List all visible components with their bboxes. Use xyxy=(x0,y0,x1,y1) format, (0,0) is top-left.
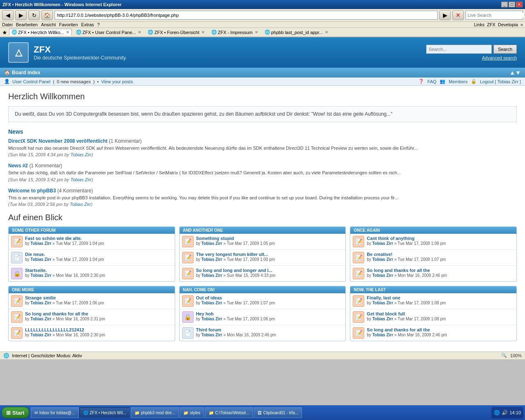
news-item-3-title[interactable]: Welcome to phpBB3 (4 Kommentare) xyxy=(8,188,517,194)
address-bar[interactable] xyxy=(55,11,438,20)
members-link[interactable]: Members xyxy=(449,79,468,84)
forum-post-title[interactable]: So long and thanks for all the xyxy=(25,311,172,316)
post-author[interactable]: Tobias Zirr xyxy=(30,241,51,246)
zone-text: Internet | Geschützter Modus: Aktiv xyxy=(12,353,82,358)
home-button[interactable]: 🏠 xyxy=(41,10,53,20)
more-btn[interactable]: » xyxy=(520,22,523,27)
menu-help[interactable]: ? xyxy=(97,22,100,27)
forward-button[interactable]: ▶ xyxy=(15,10,27,20)
tab-user-control[interactable]: 🌐 ZFX • User Control Pane... ✕ xyxy=(73,29,144,36)
menu-extras[interactable]: Extras xyxy=(81,22,94,27)
tab-close[interactable]: ✕ xyxy=(201,30,205,34)
links-btn[interactable]: Links xyxy=(474,22,484,27)
minimize-btn[interactable]: _ xyxy=(501,2,508,7)
forum-post-title[interactable]: Finally, last one xyxy=(367,295,514,300)
ie-search-box[interactable]: 🔍 xyxy=(466,11,523,20)
post-author[interactable]: Tobias Zirr xyxy=(372,333,393,337)
stop-button[interactable]: ✕ xyxy=(452,10,464,20)
quick-view-title: Auf einen Blick xyxy=(8,213,517,222)
zfx-btn[interactable]: ZFX xyxy=(487,22,495,27)
forum-post-title[interactable]: Die neue. xyxy=(25,252,172,257)
forum-post-title[interactable]: So long and long and longer and l... xyxy=(196,268,343,273)
forum-section-header: SOME OTHER FORUM xyxy=(9,227,175,234)
tab-close[interactable]: ✕ xyxy=(325,30,328,34)
forum-post-meta: by Tobias Zirr » Tue Mar 17, 2009 1:05 p… xyxy=(196,241,343,247)
forum-post-title[interactable]: The very longest forum killer ult... xyxy=(196,252,343,257)
forum-post-meta: by Tobias Zirr » Mon Mar 16, 2009 2:46 p… xyxy=(367,273,514,278)
tab-foren[interactable]: 🌐 ZFX • Foren-Übersicht ✕ xyxy=(145,29,207,36)
developia-btn[interactable]: Developia xyxy=(498,22,518,27)
post-author[interactable]: Tobias Zirr xyxy=(201,333,222,337)
window-controls[interactable]: _ □ ✕ xyxy=(501,2,523,7)
forum-post-title[interactable]: So long and thanks for all the xyxy=(367,327,514,332)
user-control-panel-link[interactable]: User Control Panel xyxy=(12,79,50,84)
post-author[interactable]: Tobias Zirr xyxy=(201,241,222,246)
news-item-1-title[interactable]: DirectX SDK November 2008 veröffentlicht… xyxy=(8,138,517,144)
forum-post-title[interactable]: Startseite. xyxy=(25,268,172,273)
forum-search-button[interactable]: Search xyxy=(493,45,517,54)
status-right: 🔍 100% xyxy=(501,353,522,358)
menu-favoriten[interactable]: Favoriten xyxy=(59,22,78,27)
forum-post-title[interactable]: Cant think of anything xyxy=(367,236,514,241)
new-post-icon: 📝 xyxy=(182,236,194,247)
faq-link[interactable]: FAQ xyxy=(427,79,436,84)
close-btn[interactable]: ✕ xyxy=(516,2,523,7)
address-input[interactable] xyxy=(57,13,435,18)
tab-close[interactable]: ✕ xyxy=(138,30,141,34)
news-item-2-title[interactable]: News #2 (1 Kommentar) xyxy=(8,163,517,169)
go-button[interactable]: ▶ xyxy=(439,10,451,20)
post-author[interactable]: Tobias Zirr xyxy=(30,317,51,321)
forum-post-title[interactable]: LLLLLLLLLLLLLLLL212412 xyxy=(25,327,172,332)
tab-zfx-main[interactable]: 🌐 ZFX • Herzlich Willko... ✕ xyxy=(9,29,72,36)
post-author[interactable]: Tobias Zirr xyxy=(201,273,222,278)
forum-post: 📝 Fast so schön wie die alte. by Tobias … xyxy=(9,234,175,250)
forum-search-input[interactable] xyxy=(426,45,492,54)
menu-ansicht[interactable]: Ansicht xyxy=(41,22,56,27)
back-button[interactable]: ◀ xyxy=(2,10,14,20)
ie-search-input[interactable] xyxy=(468,13,524,18)
forum-post-title[interactable]: Out of ideas xyxy=(196,295,343,300)
forum-post-title[interactable]: So long and thanks for all the xyxy=(367,268,514,273)
post-author[interactable]: Tobias Zirr xyxy=(372,273,393,278)
refresh-button[interactable]: ↻ xyxy=(28,10,40,20)
board-index-link[interactable]: 🏠 Board index xyxy=(4,70,40,75)
post-author[interactable]: Tobias Zirr xyxy=(201,257,222,262)
forum-post-title[interactable]: Get that block full xyxy=(367,311,514,316)
forum-section-header: ONE MORE xyxy=(9,286,175,293)
post-author[interactable]: Tobias Zirr xyxy=(372,301,393,305)
forum-post-content: Something stupid by Tobias Zirr » Tue Ma… xyxy=(196,236,343,247)
post-author[interactable]: Tobias Zirr xyxy=(30,257,51,262)
forum-post: 📝 So long and thanks for all the by Tobi… xyxy=(350,266,516,281)
post-author[interactable]: Tobias Zirr xyxy=(372,241,393,246)
tab-close[interactable]: ✕ xyxy=(66,30,69,34)
advanced-search-link[interactable]: Advanced search xyxy=(482,55,517,60)
tab-impressum[interactable]: 🌐 ZFX - Impressum ✕ xyxy=(209,29,260,36)
forum-post-title[interactable]: Strange smilie xyxy=(25,295,172,300)
post-author[interactable]: Tobias Zirr xyxy=(372,317,393,321)
forum-section-header: ONCE AGAIN xyxy=(350,227,516,234)
forum-name: ZFX xyxy=(34,44,127,55)
news-item-3-author[interactable]: Tobias Zirr xyxy=(70,202,91,207)
post-author[interactable]: Tobias Zirr xyxy=(30,301,51,305)
post-author[interactable]: Tobias Zirr xyxy=(201,317,222,321)
forum-post-title[interactable]: Third forum xyxy=(196,327,343,332)
menu-datei[interactable]: Datei xyxy=(2,22,13,27)
menu-bearbeiten[interactable]: Bearbeiten xyxy=(16,22,38,27)
maximize-btn[interactable]: □ xyxy=(509,2,515,7)
forum-post-title[interactable]: Fast so schön wie die alte. xyxy=(25,236,172,241)
post-author[interactable]: Tobias Zirr xyxy=(30,273,51,278)
menu-right: Links ZFX Developia » xyxy=(474,22,523,27)
forum-post-title[interactable]: Be creative! xyxy=(367,252,514,257)
news-item-1-author[interactable]: Tobias Zirr xyxy=(71,152,92,157)
post-author[interactable]: Tobias Zirr xyxy=(201,301,222,305)
post-author[interactable]: Tobias Zirr xyxy=(30,333,51,337)
forum-post-title[interactable]: Hey hoh xyxy=(196,311,343,316)
view-posts-link[interactable]: View your posts xyxy=(101,79,133,84)
news-item-2-author[interactable]: Tobias Zirr xyxy=(71,177,92,182)
forum-post-title[interactable]: Something stupid xyxy=(196,236,343,241)
tab-phpbb[interactable]: 🌐 phpbb last_post_id appr... ✕ xyxy=(262,29,331,36)
logout-link[interactable]: Logout [ Tobias Zirr ] xyxy=(480,79,521,84)
tab-close[interactable]: ✕ xyxy=(255,30,258,34)
forum-post: 🔒 Startseite. by Tobias Zirr » Mon Mar 1… xyxy=(9,266,175,281)
post-author[interactable]: Tobias Zirr xyxy=(372,257,393,262)
